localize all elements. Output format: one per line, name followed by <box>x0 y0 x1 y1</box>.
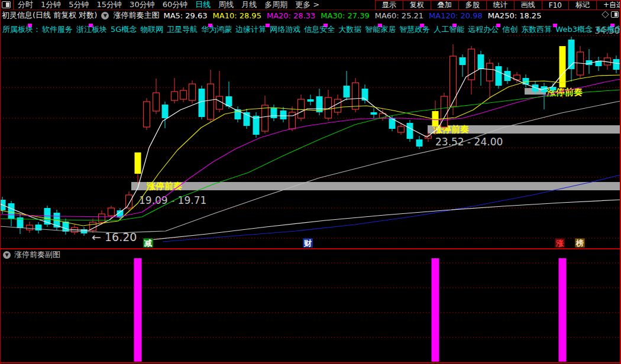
sector-link-6[interactable]: 边缘计算 <box>235 25 266 34</box>
candle-down <box>407 123 413 139</box>
signal-band-price: 19.09 - 19.71 <box>139 194 206 206</box>
sector-link-9[interactable]: 大数据 <box>338 25 361 34</box>
period-tabs: 分时1分钟5分钟15分钟30分钟60分钟日线周线月线多周期更多 > <box>18 0 319 10</box>
candle-signal <box>135 152 141 174</box>
candle-up <box>180 90 187 99</box>
split-pane-icon[interactable] <box>611 11 619 18</box>
period-tab-4[interactable]: 30分钟 <box>130 0 155 10</box>
ma-legend-item-2: MA20: 28.33 <box>267 11 315 20</box>
sector-link-12[interactable]: 人工智能 <box>434 25 464 34</box>
candle-down <box>344 86 350 98</box>
chevron-down-icon[interactable]: ▼ <box>101 12 109 20</box>
period-tab-0[interactable]: 分时 <box>18 0 33 10</box>
sector-link-13[interactable]: 远程办公 <box>468 25 499 34</box>
sector-link-11[interactable]: 智慧政务 <box>399 25 430 34</box>
signal-bar <box>432 258 439 362</box>
sub-chart-header: ▼ 涨停前奏副图 <box>3 250 60 259</box>
ma-legend: MA5: 29.63MA10: 28.95MA20: 28.33MA30: 27… <box>163 11 541 20</box>
period-tab-5[interactable]: 60分钟 <box>163 0 188 10</box>
sector-prefix: 所属板块： <box>2 25 41 34</box>
period-tab-2[interactable]: 5分钟 <box>69 0 89 10</box>
candle-up <box>126 195 132 208</box>
stock-title: 初灵信息(日线 前复权 对数) <box>2 10 97 21</box>
candle-down <box>280 110 287 119</box>
candle-down <box>199 89 205 117</box>
marker-badge-text: 涨 <box>556 239 564 248</box>
main-chart-canvas[interactable]: - 34.50涨停前奏19.09 - 19.71涨停前奏23.52 - 24.0… <box>0 20 621 248</box>
period-tab-9[interactable]: 多周期 <box>264 0 287 10</box>
candle-up <box>172 92 178 100</box>
period-tab-7[interactable]: 周线 <box>218 0 234 10</box>
candle-up <box>144 102 150 127</box>
candle-up <box>441 96 448 127</box>
toolbar-button-7[interactable]: 标记 <box>568 0 597 10</box>
candle-up <box>99 214 105 222</box>
sector-link-0[interactable]: 软件服务 <box>42 25 73 34</box>
candle-up <box>262 105 269 131</box>
toolbar-button-8[interactable]: +自选 <box>596 0 621 10</box>
candle-down <box>478 54 484 69</box>
period-tab-3[interactable]: 15分钟 <box>97 0 122 10</box>
period-toolbar: 分时1分钟5分钟15分钟30分钟60分钟日线周线月线多周期更多 > 显示复权叠加… <box>0 0 621 10</box>
candle-up <box>450 56 457 106</box>
signal-band-price: 23.52 - 24.00 <box>435 136 503 148</box>
ma-line-ma30 <box>0 90 620 220</box>
toolbar-button-1[interactable]: 复权 <box>403 0 431 10</box>
marker-badge-text: 榜 <box>575 239 584 248</box>
toolbar-right-buttons: 显示复权叠加多股统计画线F10标记+自选 <box>376 0 621 10</box>
chevron-down-icon[interactable]: ▼ <box>3 251 11 259</box>
candle-up <box>216 96 223 109</box>
info-bar: 初灵信息(日线 前复权 对数) ▼ 涨停前奏主图 MA5: 29.63MA10:… <box>0 11 621 20</box>
candle-down <box>35 225 42 230</box>
toolbar-button-4[interactable]: 统计 <box>486 0 515 10</box>
sector-link-5[interactable]: 华为鸿蒙 <box>201 25 232 34</box>
candle-down <box>308 99 314 102</box>
candle-up <box>208 84 214 119</box>
sector-link-14[interactable]: 信创 <box>502 25 518 34</box>
toolbar-button-0[interactable]: 显示 <box>375 0 403 10</box>
sub-chart-title: 涨停前奏副图 <box>14 249 60 260</box>
candle-down <box>271 108 277 118</box>
signal-band <box>131 182 621 190</box>
toolbar-button-5[interactable]: 画线 <box>514 0 542 10</box>
sector-link-16[interactable]: Web3概念 <box>555 25 593 34</box>
low-price-label: ← 16.20 <box>92 230 137 243</box>
candle-up <box>153 93 160 111</box>
candle-signal <box>559 46 566 87</box>
period-tab-6[interactable]: 日线 <box>195 0 211 10</box>
sub-chart[interactable] <box>0 256 621 364</box>
signal-bar <box>134 258 142 362</box>
candle-down <box>371 112 377 115</box>
toolbar-button-3[interactable]: 多股 <box>458 0 487 10</box>
candle-down <box>253 116 260 135</box>
diamond-icon[interactable] <box>601 11 609 18</box>
sector-link-15[interactable]: 东数西算 <box>521 25 552 34</box>
sector-link-10[interactable]: 智能家居 <box>365 25 396 34</box>
candle-up <box>398 126 405 132</box>
sector-link-1[interactable]: 浙江板块 <box>76 25 107 34</box>
marker-badge-text: 财 <box>303 239 312 248</box>
sector-link-17[interactable]: 6G概念 <box>596 25 621 34</box>
ma-legend-item-6: MA250: 18.25 <box>488 11 542 20</box>
sector-link-2[interactable]: 5G概念 <box>111 25 137 34</box>
marker-badge-text: 减 <box>144 239 152 248</box>
period-tab-1[interactable]: 1分钟 <box>41 0 61 10</box>
main-chart[interactable]: - 34.50涨停前奏19.09 - 19.71涨停前奏23.52 - 24.0… <box>0 20 621 251</box>
period-tab-8[interactable]: 月线 <box>241 0 257 10</box>
sector-link-3[interactable]: 物联网 <box>140 25 163 34</box>
candle-down <box>416 139 423 147</box>
period-tab-10[interactable]: 更多 > <box>295 0 319 10</box>
panel-separator[interactable] <box>0 248 621 249</box>
sector-link-7[interactable]: 网络游戏 <box>270 25 300 34</box>
sector-bar: 所属板块：软件服务浙江板块5G概念物联网卫星导航华为鸿蒙边缘计算网络游戏信息安全… <box>2 24 621 34</box>
ma-legend-item-5: MA120: 20.98 <box>429 11 483 20</box>
ma-legend-item-3: MA30: 27.39 <box>321 11 369 20</box>
sub-chart-canvas[interactable] <box>0 256 621 363</box>
layout-panel-icon[interactable] <box>2 1 11 8</box>
toolbar-button-6[interactable]: F10 <box>542 0 569 10</box>
sector-link-4[interactable]: 卫星导航 <box>167 25 198 34</box>
toolbar-button-2[interactable]: 叠加 <box>431 0 459 10</box>
candle-down <box>496 66 502 86</box>
candle-up <box>27 225 33 230</box>
sector-link-8[interactable]: 信息安全 <box>304 25 335 34</box>
